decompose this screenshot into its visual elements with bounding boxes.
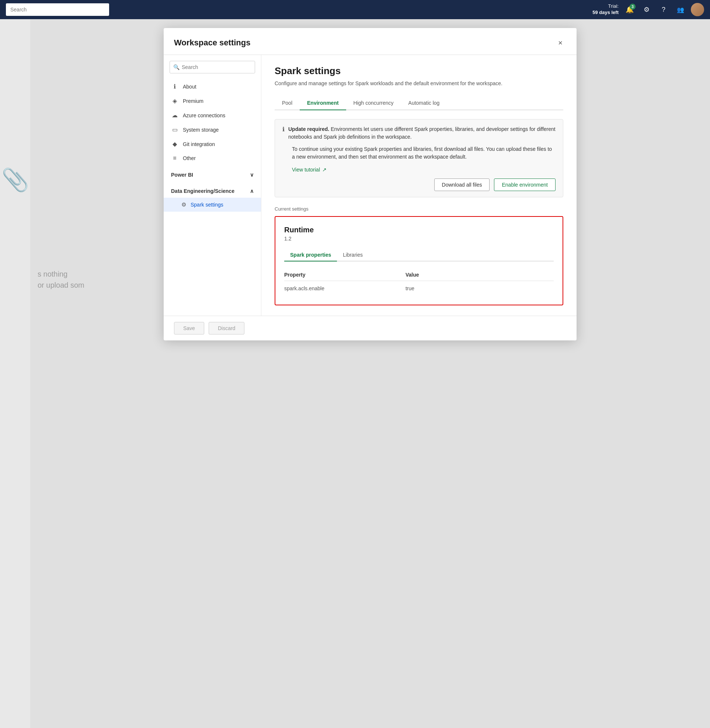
sidebar-item-label: System storage [183, 127, 219, 133]
search-icon: 🔍 [173, 64, 179, 70]
tabs-container: Pool Environment High concurrency Automa… [274, 96, 563, 110]
properties-table: Property Value spark.acls.enable true [284, 269, 554, 296]
column-header-value: Value [405, 269, 554, 281]
sidebar-item-azure-connections[interactable]: ☁ Azure connections [164, 108, 261, 122]
git-icon: ◆ [171, 141, 178, 147]
value-cell: true [405, 281, 554, 296]
external-link-icon: ↗ [322, 167, 327, 173]
notification-badge: 3 [629, 4, 635, 10]
sidebar-item-label: Other [183, 155, 196, 161]
people-button[interactable]: 👥 [674, 3, 687, 16]
tab-pool[interactable]: Pool [274, 96, 300, 110]
topbar-search-input[interactable] [6, 3, 109, 16]
people-icon: 👥 [677, 6, 684, 13]
modal-header: Workspace settings × [164, 28, 577, 55]
paperclip-icon: 📎 [1, 167, 29, 193]
settings-panel: Runtime 1.2 Spark properties Libraries P… [274, 216, 563, 305]
discard-button[interactable]: Discard [209, 322, 244, 334]
sub-tabs: Spark properties Libraries [284, 249, 554, 262]
left-sidebar-bg: 📎 [0, 19, 30, 728]
table-row: spark.acls.enable true [284, 281, 554, 296]
topbar-icons: 🔔 3 ⚙ ? 👥 [623, 3, 704, 16]
sidebar-item-label: Spark settings [191, 202, 223, 207]
trial-info: Trial: 59 days left [593, 3, 619, 16]
nav-section-power-bi: Power BI ∨ [164, 168, 261, 181]
left-nav: 🔍 ℹ About ◈ Premium ☁ Azure connections [164, 55, 261, 316]
topbar: Trial: 59 days left 🔔 3 ⚙ ? 👥 [0, 0, 710, 19]
sidebar-item-git-integration[interactable]: ◆ Git integration [164, 137, 261, 151]
help-button[interactable]: ? [657, 3, 670, 16]
sidebar-item-label: Premium [183, 98, 204, 104]
nav-search-input[interactable] [170, 61, 255, 74]
chevron-down-icon: ∨ [250, 172, 254, 178]
azure-icon: ☁ [171, 112, 178, 119]
download-all-files-button[interactable]: Download all files [434, 178, 490, 191]
close-icon: × [558, 39, 563, 47]
sidebar-item-other[interactable]: ≡ Other [164, 151, 261, 165]
tab-high-concurrency[interactable]: High concurrency [346, 96, 401, 110]
right-content: Spark settings Configure and manage sett… [261, 55, 577, 316]
alert-body-text: To continue using your existing Spark pr… [282, 145, 556, 161]
column-header-property: Property [284, 269, 405, 281]
enable-environment-button[interactable]: Enable environment [494, 178, 556, 191]
runtime-version: 1.2 [284, 236, 554, 241]
question-icon: ? [662, 6, 665, 14]
page-description: Configure and manage settings for Spark … [274, 79, 563, 87]
nav-section-power-bi-header[interactable]: Power BI ∨ [164, 168, 261, 181]
sidebar-item-label: About [183, 84, 197, 90]
storage-icon: ▭ [171, 126, 178, 133]
other-icon: ≡ [171, 155, 178, 162]
current-settings-label: Current settings [274, 206, 563, 212]
sidebar-item-about[interactable]: ℹ About [164, 79, 261, 94]
notifications-button[interactable]: 🔔 3 [623, 3, 636, 16]
modal-body: 🔍 ℹ About ◈ Premium ☁ Azure connections [164, 55, 577, 316]
premium-icon: ◈ [171, 97, 178, 104]
avatar[interactable] [691, 3, 704, 16]
sidebar-item-premium[interactable]: ◈ Premium [164, 94, 261, 108]
settings-button[interactable]: ⚙ [640, 3, 653, 16]
tab-automatic-log[interactable]: Automatic log [401, 96, 447, 110]
nav-section-data-engineering: Data Engineering/Science ∧ ⚙ Spark setti… [164, 184, 261, 212]
alert-info-icon: ℹ [282, 126, 285, 133]
sub-tab-libraries[interactable]: Libraries [337, 249, 369, 262]
sidebar-item-system-storage[interactable]: ▭ System storage [164, 122, 261, 137]
settings-modal: Workspace settings × 🔍 ℹ About [164, 28, 577, 340]
page-title: Spark settings [274, 65, 563, 77]
view-tutorial-link[interactable]: View tutorial ↗ [282, 167, 556, 173]
close-button[interactable]: × [555, 37, 566, 49]
nav-section-label: Data Engineering/Science [171, 188, 235, 194]
sub-tab-spark-properties[interactable]: Spark properties [284, 249, 337, 262]
alert-actions: Download all files Enable environment [282, 178, 556, 191]
sidebar-item-spark-settings[interactable]: ⚙ Spark settings [164, 198, 261, 212]
sidebar-item-label: Git integration [183, 141, 215, 147]
chevron-up-icon: ∧ [250, 188, 254, 194]
modal-title: Workspace settings [174, 38, 250, 47]
property-cell: spark.acls.enable [284, 281, 405, 296]
gear-icon: ⚙ [644, 6, 650, 14]
tutorial-link-text: View tutorial [292, 167, 320, 173]
nav-section-children: ⚙ Spark settings [164, 198, 261, 212]
nav-section-label: Power BI [171, 172, 193, 178]
alert-header: ℹ Update required. Environments let user… [282, 125, 556, 141]
runtime-title: Runtime [284, 226, 554, 234]
tab-environment[interactable]: Environment [300, 96, 346, 110]
alert-box: ℹ Update required. Environments let user… [274, 119, 563, 197]
save-button[interactable]: Save [174, 322, 204, 334]
alert-title-text: Update required. Environments let users … [288, 125, 556, 141]
nav-section-data-engineering-header[interactable]: Data Engineering/Science ∧ [164, 184, 261, 198]
search-box: 🔍 [170, 61, 255, 74]
modal-footer: Save Discard [164, 316, 577, 340]
info-icon: ℹ [171, 83, 178, 90]
modal-overlay: Workspace settings × 🔍 ℹ About [30, 19, 710, 728]
sliders-icon: ⚙ [181, 201, 186, 208]
sidebar-item-label: Azure connections [183, 112, 225, 118]
